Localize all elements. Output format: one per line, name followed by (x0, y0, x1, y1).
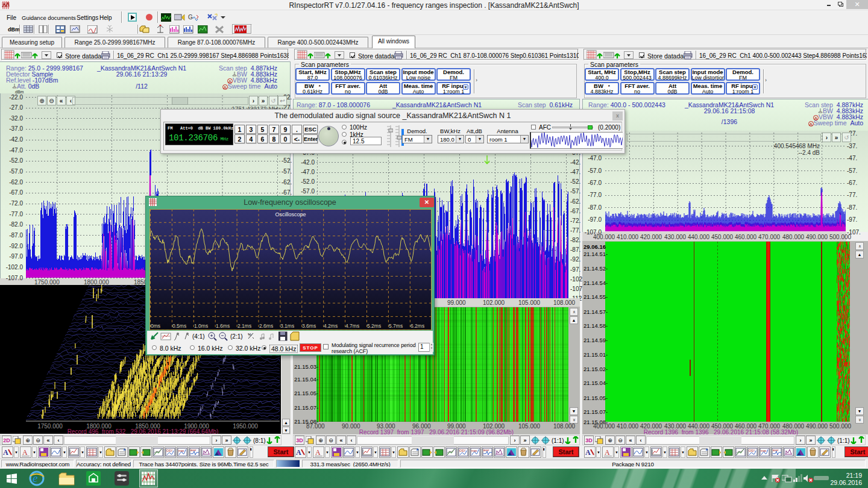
svg-text:Record 496 from 532 29.06.2: Record 496 from 532 29.06.2016 21:13:29 … (68, 428, 219, 434)
svg-text:OSY: OSY (459, 449, 466, 452)
svg-text:aver: aver (190, 448, 197, 452)
svg-text:OSY: OSY (749, 449, 755, 452)
svg-text:OSY: OSY (166, 449, 173, 452)
svg-text:aver: aver (773, 448, 779, 452)
svg-text:1750.000: 1750.000 (37, 423, 63, 430)
svg-text:A: A (3, 448, 8, 457)
svg-text:G: G (188, 14, 193, 20)
svg-text:A: A (585, 448, 591, 457)
svg-text:aver: aver (483, 448, 489, 452)
svg-text:1950.000: 1950.000 (233, 423, 258, 430)
svg-text:A: A (296, 448, 301, 457)
svg-text:A: A (605, 448, 610, 457)
svg-text:A: A (22, 448, 28, 457)
svg-text:A: A (315, 448, 321, 457)
